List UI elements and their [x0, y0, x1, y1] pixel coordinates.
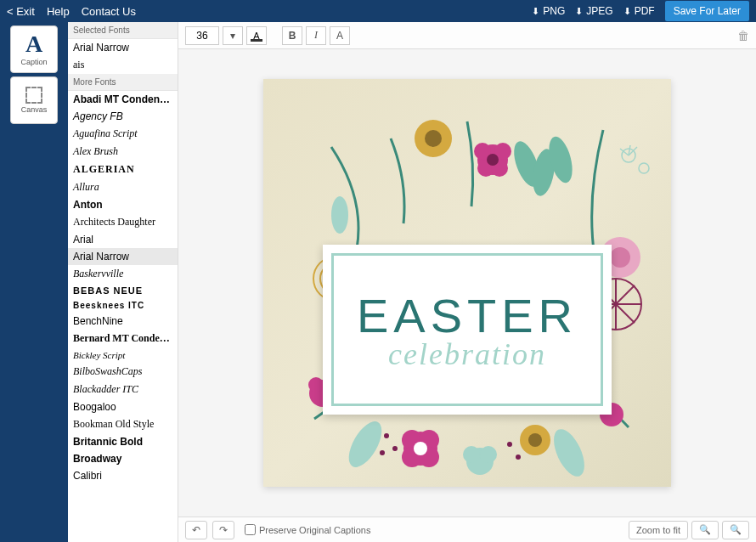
font-item[interactable]: Broadway — [68, 450, 178, 467]
font-item[interactable]: Britannic Bold — [68, 433, 178, 450]
font-item[interactable]: Baskervville — [68, 265, 178, 283]
font-item[interactable]: Arial Narrow — [68, 248, 178, 265]
font-item[interactable]: Abadi MT Condensed — [68, 91, 178, 108]
font-item[interactable]: Bernard MT Condensed — [68, 330, 178, 347]
font-size-dropdown[interactable]: ▾ — [223, 26, 243, 45]
canvas-area[interactable]: EASTER celebration — [178, 49, 756, 517]
textbox-inner: EASTER celebration — [331, 253, 603, 406]
font-item[interactable]: Bookman Old Style — [68, 415, 178, 433]
font-item[interactable]: Agency FB — [68, 108, 178, 125]
bold-button[interactable]: B — [282, 26, 302, 45]
font-size-input[interactable] — [185, 26, 219, 45]
preserve-captions-checkbox[interactable] — [245, 524, 256, 535]
color-swatch — [251, 39, 262, 42]
font-item[interactable]: Arial — [68, 231, 178, 248]
svg-point-39 — [480, 446, 497, 463]
bottom-bar: ↶ ↷ Preserve Original Captions Zoom to f… — [178, 517, 756, 542]
crop-icon — [25, 87, 42, 104]
svg-point-36 — [414, 442, 427, 455]
more-fonts-header: More Fonts — [68, 74, 178, 91]
canvas-tool[interactable]: Canvas — [10, 76, 58, 124]
zoom-fit-button[interactable]: Zoom to fit — [629, 521, 688, 539]
letter-a-icon: A — [25, 32, 42, 56]
font-style-button[interactable]: A — [330, 26, 350, 45]
zoom-in-button[interactable]: 🔍 — [722, 521, 749, 539]
svg-point-5 — [331, 196, 348, 234]
svg-point-13 — [487, 154, 499, 166]
zoom-controls: Zoom to fit 🔍 🔍 — [629, 521, 749, 539]
selected-fonts-header: Selected Fonts — [68, 22, 178, 39]
heading-sub: celebration — [388, 336, 546, 372]
font-item[interactable]: Architects Daughter — [68, 213, 178, 231]
svg-point-45 — [380, 450, 385, 455]
font-item[interactable]: BEBAS NEUE — [68, 283, 178, 298]
text-toolbar: ▾ A B I A 🗑 — [178, 22, 756, 49]
svg-point-41 — [528, 433, 542, 447]
zoom-out-button[interactable]: 🔍 — [691, 521, 719, 539]
svg-point-46 — [507, 442, 512, 447]
font-item[interactable]: Aguafina Script — [68, 125, 178, 143]
font-item[interactable]: Blackadder ITC — [68, 381, 178, 398]
download-icon: ⬇ — [575, 6, 583, 17]
design-canvas[interactable]: EASTER celebration — [263, 79, 671, 487]
svg-point-29 — [308, 377, 324, 392]
editor-area: ▾ A B I A 🗑 — [178, 22, 756, 542]
download-jpeg-button[interactable]: ⬇JPEG — [575, 5, 612, 17]
contact-link[interactable]: Contact Us — [82, 5, 136, 18]
svg-point-43 — [384, 433, 389, 438]
font-item[interactable]: Anton — [68, 196, 178, 213]
text-color-button[interactable]: A — [246, 26, 267, 45]
font-item[interactable]: ALGERIAN — [68, 161, 178, 178]
save-button[interactable]: Save For Later — [665, 1, 749, 21]
jpeg-label: JPEG — [586, 5, 612, 17]
font-item[interactable]: Alex Brush — [68, 143, 178, 161]
help-link[interactable]: Help — [47, 5, 70, 18]
canvas-label: Canvas — [21, 105, 48, 114]
selected-font-item[interactable]: Arial Narrow — [68, 39, 178, 56]
font-item[interactable]: Beesknees ITC — [68, 298, 178, 313]
topbar-right: ⬇PNG ⬇JPEG ⬇PDF Save For Later — [532, 1, 749, 21]
preserve-text: Preserve Original Captions — [259, 525, 370, 535]
font-item[interactable]: Calibri — [68, 467, 178, 484]
svg-point-38 — [463, 446, 480, 463]
font-item[interactable]: BilboSwashCaps — [68, 363, 178, 381]
italic-button[interactable]: I — [306, 26, 326, 45]
svg-point-18 — [610, 247, 630, 268]
font-list-scroll[interactable]: Abadi MT CondensedAgency FBAguafina Scri… — [68, 91, 178, 542]
tool-sidebar: A Caption Canvas — [0, 22, 68, 542]
font-item[interactable]: Boogaloo — [68, 398, 178, 415]
heading-main: EASTER — [357, 288, 578, 343]
svg-line-26 — [616, 304, 635, 323]
svg-point-3 — [342, 416, 388, 472]
download-png-button[interactable]: ⬇PNG — [532, 5, 565, 17]
font-panel: Selected Fonts Arial Narrowais More Font… — [68, 22, 178, 542]
font-item[interactable]: Allura — [68, 178, 178, 196]
caption-tool[interactable]: A Caption — [10, 25, 58, 73]
top-bar: < Exit Help Contact Us ⬇PNG ⬇JPEG ⬇PDF S… — [0, 0, 756, 22]
svg-point-7 — [425, 130, 442, 147]
download-icon: ⬇ — [532, 6, 539, 17]
main-area: A Caption Canvas Selected Fonts Arial Na… — [0, 22, 756, 542]
font-item[interactable]: Bickley Script — [68, 347, 178, 363]
selected-font-item[interactable]: ais — [68, 56, 178, 74]
delete-button[interactable]: 🗑 — [737, 29, 749, 42]
svg-point-4 — [548, 425, 591, 481]
topbar-left: < Exit Help Contact Us — [7, 5, 136, 18]
png-label: PNG — [543, 5, 565, 17]
download-pdf-button[interactable]: ⬇PDF — [623, 5, 655, 17]
caption-label: Caption — [20, 58, 47, 66]
preserve-captions-label[interactable]: Preserve Original Captions — [245, 524, 370, 535]
svg-line-24 — [616, 285, 635, 304]
download-icon: ⬇ — [623, 6, 631, 17]
undo-button[interactable]: ↶ — [185, 521, 207, 539]
caption-textbox[interactable]: EASTER celebration — [323, 245, 612, 415]
exit-link[interactable]: < Exit — [7, 5, 35, 18]
svg-point-44 — [392, 446, 398, 451]
pdf-label: PDF — [635, 5, 655, 17]
svg-point-52 — [639, 163, 649, 173]
font-item[interactable]: BenchNine — [68, 313, 178, 330]
svg-point-47 — [516, 454, 521, 460]
redo-button[interactable]: ↷ — [212, 521, 234, 539]
